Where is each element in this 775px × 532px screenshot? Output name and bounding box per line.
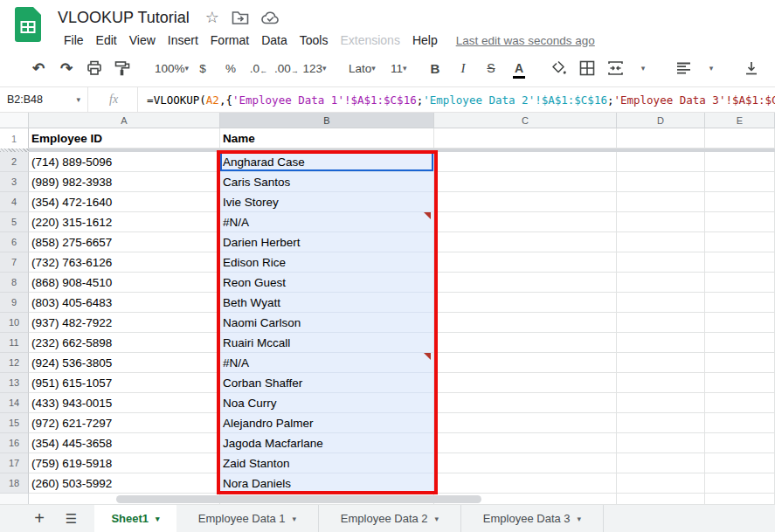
cell-B8[interactable]: Reon Guest <box>220 273 434 293</box>
sheets-logo-icon[interactable] <box>15 7 41 45</box>
last-edit-status[interactable]: Last edit was seconds ago <box>456 34 595 47</box>
document-title[interactable]: VLOOKUP Tutorial <box>58 9 190 27</box>
sheet-tab-sheet1[interactable]: Sheet1▾ <box>94 505 176 532</box>
borders-button[interactable] <box>576 57 599 79</box>
italic-button[interactable]: I <box>452 57 474 79</box>
cell-A17[interactable]: (759) 619-5918 <box>29 453 220 473</box>
sheet-tab-employee-data-2[interactable]: Employee Data 2▾ <box>319 505 461 532</box>
cell-B14[interactable]: Noa Curry <box>220 393 434 413</box>
star-icon[interactable]: ☆ <box>205 10 219 25</box>
cell-B18[interactable]: Nora Daniels <box>220 473 434 494</box>
name-box[interactable]: B2:B48▾ <box>0 93 87 106</box>
text-color-button[interactable]: A <box>515 61 523 75</box>
cell-D14[interactable] <box>617 393 705 413</box>
cell-B5[interactable]: #N/A <box>220 212 434 232</box>
cell-E4[interactable] <box>705 192 775 212</box>
cell-C2[interactable] <box>434 152 617 172</box>
cell-B12[interactable]: #N/A <box>220 353 434 373</box>
move-folder-icon[interactable] <box>232 10 249 25</box>
cell-A18[interactable]: (260) 503-5992 <box>29 473 220 494</box>
horizontal-align-button[interactable] <box>672 57 695 79</box>
column-header-D[interactable]: D <box>617 113 705 128</box>
horizontal-align-caret[interactable]: ▾ <box>700 57 723 79</box>
cell-D1[interactable] <box>617 128 705 149</box>
cell-B1[interactable]: Name <box>220 128 434 149</box>
cell-D15[interactable] <box>617 413 705 433</box>
cell-E3[interactable] <box>705 172 775 192</box>
cell-D5[interactable] <box>617 212 705 232</box>
select-all-corner[interactable] <box>0 113 29 128</box>
cell-C6[interactable] <box>434 232 617 252</box>
cell-E17[interactable] <box>705 453 775 473</box>
cell-B13[interactable]: Corban Shaffer <box>220 373 434 393</box>
cell-D6[interactable] <box>617 232 705 252</box>
column-header-C[interactable]: C <box>434 113 617 128</box>
cell-D9[interactable] <box>617 293 705 313</box>
row-header-3[interactable]: 3 <box>0 172 29 192</box>
cell-D10[interactable] <box>617 313 705 333</box>
vertical-align-caret[interactable]: ▾ <box>768 57 775 79</box>
decrease-decimal-button[interactable]: .0← <box>247 57 270 79</box>
undo-button[interactable]: ↶ <box>27 57 50 79</box>
cell-D7[interactable] <box>617 252 705 273</box>
cell-A3[interactable]: (989) 982-3938 <box>29 172 220 192</box>
cell-C14[interactable] <box>434 393 617 413</box>
menu-insert[interactable]: Insert <box>162 31 204 49</box>
row-header-6[interactable]: 6 <box>0 232 29 252</box>
row-header-8[interactable]: 8 <box>0 273 29 293</box>
cell-D13[interactable] <box>617 373 705 393</box>
cell-E7[interactable] <box>705 252 775 273</box>
menu-file[interactable]: File <box>58 31 90 49</box>
cell-A2[interactable]: (714) 889-5096 <box>29 152 220 172</box>
cell-B2[interactable]: Angharad Case <box>220 152 434 172</box>
menu-data[interactable]: Data <box>255 31 294 49</box>
cell-C16[interactable] <box>434 433 617 453</box>
cell-E2[interactable] <box>705 152 775 172</box>
cell-A4[interactable]: (354) 472-1640 <box>29 192 220 212</box>
cell-C15[interactable] <box>434 413 617 433</box>
cell-C13[interactable] <box>434 373 617 393</box>
sheet-tab-employee-data-3[interactable]: Employee Data 3▾ <box>461 505 604 532</box>
cell-D16[interactable] <box>617 433 705 453</box>
cell-C18[interactable] <box>434 473 617 494</box>
row-header-13[interactable]: 13 <box>0 373 29 393</box>
format-percent-button[interactable]: % <box>219 57 242 79</box>
cell-D18[interactable] <box>617 473 705 494</box>
cell-D8[interactable] <box>617 273 705 293</box>
cell-B7[interactable]: Edison Rice <box>220 252 434 273</box>
print-button[interactable] <box>83 57 106 79</box>
cell-A16[interactable]: (354) 445-3658 <box>29 433 220 453</box>
cell-C4[interactable] <box>434 192 617 212</box>
column-header-A[interactable]: A <box>29 113 220 128</box>
row-header-7[interactable]: 7 <box>0 252 29 273</box>
cell-A1[interactable]: Employee ID <box>29 128 220 149</box>
sheet-tab-employee-data-1[interactable]: Employee Data 1▾ <box>176 505 319 532</box>
cell-B17[interactable]: Zaid Stanton <box>220 453 434 473</box>
row-header-12[interactable]: 12 <box>0 353 29 373</box>
cell-C17[interactable] <box>434 453 617 473</box>
cell-E11[interactable] <box>705 333 775 353</box>
cell-B3[interactable]: Caris Santos <box>220 172 434 192</box>
cell-E1[interactable] <box>705 128 775 149</box>
menu-help[interactable]: Help <box>406 31 444 49</box>
cell-E10[interactable] <box>705 313 775 333</box>
merge-cells-button[interactable] <box>604 57 626 79</box>
cell-A9[interactable]: (803) 405-6483 <box>29 293 220 313</box>
row-header-1[interactable]: 1 <box>0 128 29 149</box>
cell-A6[interactable]: (858) 275-6657 <box>29 232 220 252</box>
row-header-10[interactable]: 10 <box>0 313 29 333</box>
strikethrough-button[interactable]: S <box>480 57 502 79</box>
cell-B9[interactable]: Beth Wyatt <box>220 293 434 313</box>
cell-D11[interactable] <box>617 333 705 353</box>
cell-C11[interactable] <box>434 333 617 353</box>
cell-D3[interactable] <box>617 172 705 192</box>
menu-view[interactable]: View <box>123 31 162 49</box>
cell-C5[interactable] <box>434 212 617 232</box>
cell-C12[interactable] <box>434 353 617 373</box>
cell-D17[interactable] <box>617 453 705 473</box>
cell-E14[interactable] <box>705 393 775 413</box>
cell-D2[interactable] <box>617 152 705 172</box>
cell-C10[interactable] <box>434 313 617 333</box>
row-header-2[interactable]: 2 <box>0 152 29 172</box>
menu-format[interactable]: Format <box>204 31 255 49</box>
